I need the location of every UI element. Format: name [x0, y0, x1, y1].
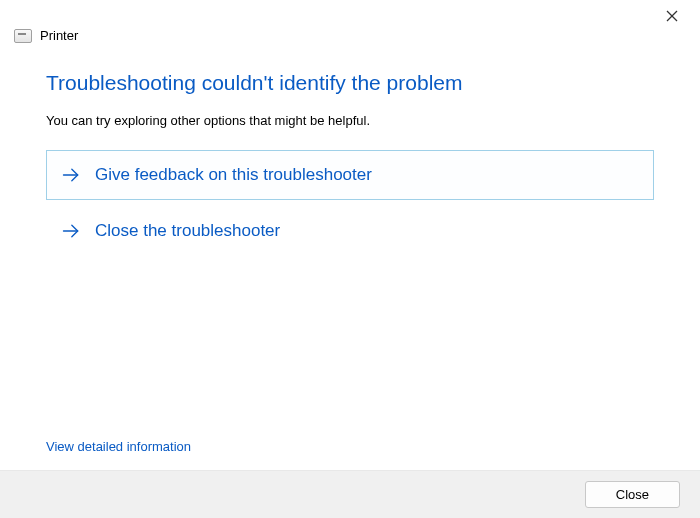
titlebar — [662, 0, 700, 26]
arrow-right-icon — [61, 165, 81, 185]
window-header: Printer — [0, 0, 700, 43]
page-heading: Troubleshooting couldn't identify the pr… — [46, 71, 654, 95]
arrow-right-icon — [61, 221, 81, 241]
close-button[interactable]: Close — [585, 481, 680, 508]
option-label: Give feedback on this troubleshooter — [95, 165, 372, 185]
option-close-troubleshooter[interactable]: Close the troubleshooter — [46, 206, 654, 256]
option-give-feedback[interactable]: Give feedback on this troubleshooter — [46, 150, 654, 200]
view-detailed-information-link[interactable]: View detailed information — [46, 439, 191, 454]
window-title: Printer — [40, 28, 78, 43]
page-subtext: You can try exploring other options that… — [46, 113, 654, 128]
printer-icon — [14, 29, 32, 43]
close-icon[interactable] — [662, 6, 682, 26]
option-label: Close the troubleshooter — [95, 221, 280, 241]
content-area: Troubleshooting couldn't identify the pr… — [0, 43, 700, 256]
footer-bar: Close — [0, 470, 700, 518]
